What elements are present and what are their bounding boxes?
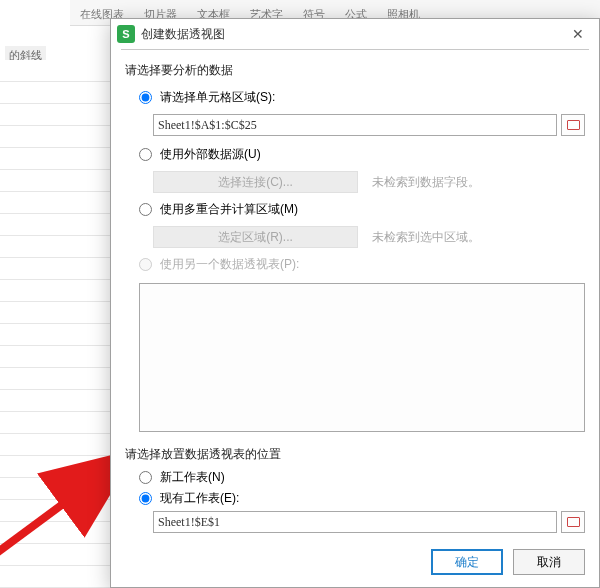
- option-label: 新工作表(N): [160, 469, 225, 486]
- no-field-note: 未检索到数据字段。: [362, 174, 585, 191]
- option-label: 使用另一个数据透视表(P):: [160, 256, 299, 273]
- radio-existing-sheet[interactable]: [139, 492, 152, 505]
- dialog-title: 创建数据透视图: [141, 26, 563, 43]
- ok-button[interactable]: 确定: [431, 549, 503, 575]
- pivot-preview-box: [139, 283, 585, 432]
- section-place-title: 请选择放置数据透视表的位置: [125, 446, 585, 463]
- select-area-button: 选定区域(R)...: [153, 226, 358, 248]
- option-label: 请选择单元格区域(S):: [160, 89, 275, 106]
- option-select-range[interactable]: 请选择单元格区域(S):: [139, 89, 585, 106]
- option-another-pivot: 使用另一个数据透视表(P):: [139, 256, 585, 273]
- close-button[interactable]: ✕: [563, 22, 593, 46]
- section-analyze-title: 请选择要分析的数据: [125, 62, 585, 79]
- radio-select-range[interactable]: [139, 91, 152, 104]
- source-range-input[interactable]: [153, 114, 557, 136]
- choose-connection-button: 选择连接(C)...: [153, 171, 358, 193]
- app-icon: S: [117, 25, 135, 43]
- radio-another-pivot: [139, 258, 152, 271]
- option-multi-consolidation[interactable]: 使用多重合并计算区域(M): [139, 201, 585, 218]
- destination-range-input[interactable]: [153, 511, 557, 533]
- option-label: 使用多重合并计算区域(M): [160, 201, 298, 218]
- destination-picker-button[interactable]: [561, 511, 585, 533]
- range-picker-button[interactable]: [561, 114, 585, 136]
- option-new-sheet[interactable]: 新工作表(N): [139, 469, 585, 486]
- create-pivot-chart-dialog: S 创建数据透视图 ✕ 请选择要分析的数据 请选择单元格区域(S): 使用外部数…: [110, 18, 600, 588]
- option-label: 使用外部数据源(U): [160, 146, 261, 163]
- sheet-grid: [0, 60, 120, 588]
- dialog-titlebar: S 创建数据透视图 ✕: [111, 19, 599, 49]
- option-existing-sheet[interactable]: 现有工作表(E):: [139, 490, 585, 507]
- radio-external-source[interactable]: [139, 148, 152, 161]
- no-range-note: 未检索到选中区域。: [362, 229, 585, 246]
- option-external-source[interactable]: 使用外部数据源(U): [139, 146, 585, 163]
- radio-new-sheet[interactable]: [139, 471, 152, 484]
- cancel-button[interactable]: 取消: [513, 549, 585, 575]
- radio-multi-consolidation[interactable]: [139, 203, 152, 216]
- option-label: 现有工作表(E):: [160, 490, 239, 507]
